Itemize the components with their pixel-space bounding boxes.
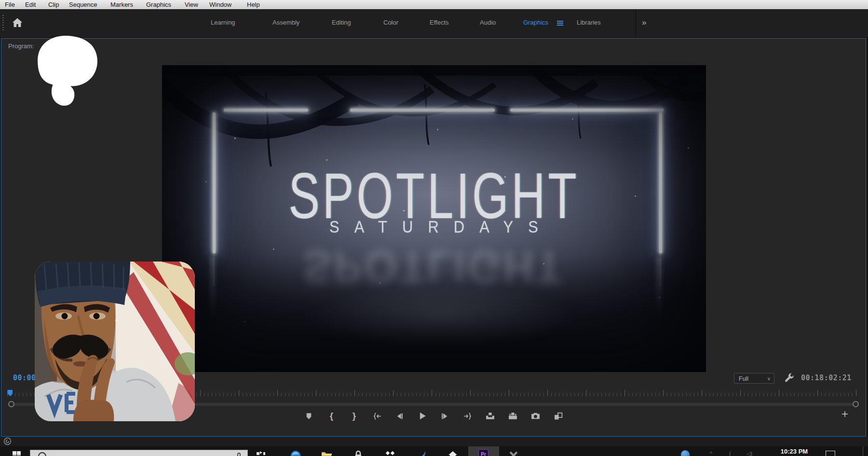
step-back-icon[interactable] xyxy=(395,411,405,421)
home-icon[interactable] xyxy=(12,17,24,29)
extract-icon[interactable] xyxy=(508,411,518,421)
play-icon[interactable] xyxy=(418,411,427,421)
tab-learning[interactable]: Learning xyxy=(211,19,235,26)
panel-title[interactable]: Program: xyxy=(8,42,34,50)
panel-grip xyxy=(2,15,4,31)
premiere-pro-icon[interactable]: Pr xyxy=(478,449,488,456)
go-to-out-point-icon[interactable] xyxy=(463,411,473,421)
tab-color[interactable]: Color xyxy=(383,19,398,26)
status-strip xyxy=(0,437,868,446)
show-desktop-button[interactable] xyxy=(863,446,863,456)
tab-assembly[interactable]: Assembly xyxy=(272,19,299,26)
windows-taskbar: Pr ^ ( ◁) 10:23 PM xyxy=(0,446,868,456)
white-annotation-blob xyxy=(35,34,104,107)
zoom-level-value: Full xyxy=(739,375,748,382)
step-forward-icon[interactable] xyxy=(440,411,450,421)
swoosh-app-icon[interactable] xyxy=(417,450,427,456)
x-app-icon[interactable] xyxy=(508,450,519,456)
menu-bar: File Edit Clip Sequence Markers Graphics… xyxy=(0,0,868,10)
vignette xyxy=(162,65,706,372)
menu-edit[interactable]: Edit xyxy=(25,0,36,9)
program-video-frame: SPOTLIGHT SPOTLIGHT SATURDAYS xyxy=(162,65,706,372)
browser-orb-icon[interactable] xyxy=(290,450,301,456)
webcam-overlay xyxy=(35,262,195,421)
start-button-icon[interactable] xyxy=(13,451,21,456)
action-center-icon[interactable] xyxy=(826,451,835,456)
lock-app-icon[interactable] xyxy=(353,450,364,456)
settings-wrench-icon[interactable] xyxy=(784,373,795,383)
divider xyxy=(636,9,636,38)
tab-audio[interactable]: Audio xyxy=(480,19,496,26)
duration-timecode: 00:18:02:21 xyxy=(801,373,852,382)
menu-view[interactable]: View xyxy=(185,0,198,9)
lift-icon[interactable] xyxy=(486,411,495,421)
menu-help[interactable]: Help xyxy=(247,0,260,9)
menu-graphics[interactable]: Graphics xyxy=(146,0,171,9)
file-explorer-icon[interactable] xyxy=(321,450,332,456)
home-app-icon[interactable] xyxy=(448,450,458,456)
zoom-level-select[interactable]: Full ∨ xyxy=(734,373,774,384)
tab-libraries[interactable]: Libraries xyxy=(577,19,601,26)
menu-sequence[interactable]: Sequence xyxy=(69,0,97,9)
add-marker-icon[interactable] xyxy=(304,411,314,421)
tray-orb-icon[interactable] xyxy=(681,450,690,456)
tray-network-icon[interactable]: ( xyxy=(729,451,731,456)
tray-volume-icon[interactable]: ◁) xyxy=(746,451,752,456)
current-timecode[interactable]: 00:00 xyxy=(13,373,36,382)
tab-effects[interactable]: Effects xyxy=(430,19,449,26)
diamonds-app-icon[interactable] xyxy=(385,450,395,456)
menu-window[interactable]: Window xyxy=(209,0,231,9)
workspace-bar: Learning Assembly Editing Color Effects … xyxy=(0,9,868,38)
button-editor-plus[interactable]: + xyxy=(841,408,848,420)
go-to-in-point-icon[interactable] xyxy=(372,411,382,421)
taskbar-clock[interactable]: 10:23 PM xyxy=(772,448,816,455)
workspace-overflow-chevron-icon[interactable]: » xyxy=(642,18,645,28)
microphone-icon[interactable] xyxy=(237,453,241,456)
tab-graphics[interactable]: Graphics xyxy=(523,19,548,26)
mark-out-icon[interactable]: } xyxy=(350,411,359,421)
cortana-icon xyxy=(38,452,46,456)
menu-clip[interactable]: Clip xyxy=(48,0,59,9)
taskbar-search-input[interactable] xyxy=(30,450,248,456)
tab-editing[interactable]: Editing xyxy=(332,19,351,26)
creative-cloud-sync-icon[interactable] xyxy=(3,437,12,445)
task-view-icon[interactable] xyxy=(256,450,266,456)
scrollbar-handle-left[interactable] xyxy=(8,401,14,407)
workspace-menu-icon[interactable] xyxy=(557,21,563,26)
comparison-view-icon[interactable] xyxy=(554,411,563,421)
menu-markers[interactable]: Markers xyxy=(110,0,133,9)
tray-hidden-icons-chevron[interactable]: ^ xyxy=(710,451,712,456)
chevron-down-icon: ∨ xyxy=(767,373,771,384)
mark-in-icon[interactable]: { xyxy=(327,411,337,421)
premiere-pro-window: File Edit Clip Sequence Markers Graphics… xyxy=(0,0,868,456)
menu-file[interactable]: File xyxy=(5,0,15,9)
export-frame-camera-icon[interactable] xyxy=(531,411,541,421)
scrollbar-handle-right[interactable] xyxy=(853,401,859,407)
